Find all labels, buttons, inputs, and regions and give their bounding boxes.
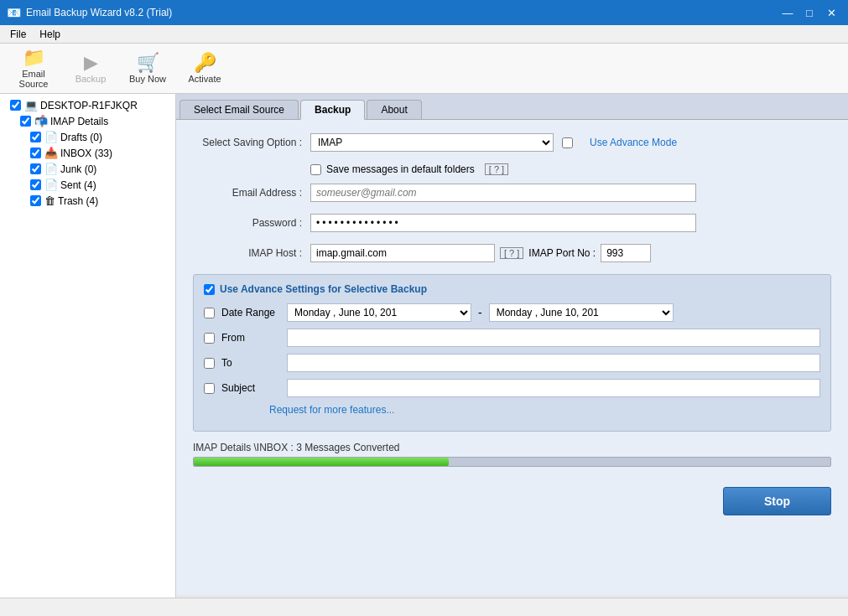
email-address-control	[310, 184, 696, 202]
progress-bar-fill	[194, 458, 449, 466]
advance-settings-header: Use Advance Settings for Selective Backu…	[204, 283, 820, 295]
backup-label: Backup	[75, 74, 107, 84]
password-input[interactable]	[310, 214, 696, 232]
imap-icon: 📬	[34, 115, 48, 127]
backup-button[interactable]: ▶ Backup	[64, 47, 117, 91]
imap-host-label: IMAP Host :	[193, 247, 310, 259]
email-source-label: Email Source	[9, 69, 58, 89]
tree-item-imap[interactable]: 📬 IMAP Details	[0, 113, 175, 129]
app-icon: 📧	[7, 6, 21, 19]
advance-settings-label: Use Advance Settings for Selective Backu…	[220, 283, 427, 295]
tree-item-trash[interactable]: 🗑 Trash (4)	[0, 193, 175, 209]
save-default-help[interactable]: [ ? ]	[485, 163, 508, 175]
tree-item-drafts[interactable]: 📄 Drafts (0)	[0, 129, 175, 145]
imap-port-input[interactable]	[601, 244, 651, 262]
tree-item-root[interactable]: 💻 DESKTOP-R1FJKQR	[0, 97, 175, 113]
tab-backup[interactable]: Backup	[300, 100, 365, 120]
to-input[interactable]	[287, 354, 820, 372]
tree-label-sent: Sent (4)	[60, 179, 96, 191]
subject-checkbox[interactable]	[204, 383, 215, 394]
junk-icon: 📄	[44, 163, 58, 175]
request-link[interactable]: Request for more features...	[269, 404, 394, 416]
email-source-button[interactable]: 📁 Email Source	[7, 47, 60, 91]
tree-checkbox-imap[interactable]	[20, 116, 31, 127]
date-from-select[interactable]: Monday , June 10, 201	[287, 303, 471, 322]
computer-icon: 💻	[24, 99, 38, 111]
title-bar-controls: — □ ✕	[778, 4, 841, 21]
tree-checkbox-drafts[interactable]	[30, 132, 41, 142]
inbox-icon: 📥	[44, 147, 58, 159]
stop-button-row: Stop	[193, 487, 831, 515]
date-range-controls: Monday , June 10, 201 - Monday , June 10…	[287, 303, 674, 322]
stop-button[interactable]: Stop	[723, 487, 831, 515]
backup-icon: ▶	[84, 54, 98, 72]
tree-checkbox-trash[interactable]	[30, 195, 41, 206]
tree-label-inbox: INBOX (33)	[60, 148, 112, 159]
content-area: Select Email Source Backup About Select …	[176, 94, 848, 598]
tab-about[interactable]: About	[367, 100, 421, 119]
sidebar: 💻 DESKTOP-R1FJKQR 📬 IMAP Details 📄 Draft…	[0, 94, 176, 598]
save-default-label: Save messages in default folders	[326, 163, 475, 175]
email-address-row: Email Address :	[193, 184, 831, 202]
trash-icon: 🗑	[44, 194, 55, 207]
activate-button[interactable]: 🔑 Activate	[178, 47, 232, 91]
imap-host-input[interactable]	[310, 244, 495, 262]
password-control	[310, 214, 696, 232]
tree-checkbox-junk[interactable]	[30, 163, 41, 174]
advance-settings-checkbox[interactable]	[204, 284, 215, 295]
from-row: From	[204, 329, 820, 347]
toolbar: 📁 Email Source ▶ Backup 🛒 Buy Now 🔑 Acti…	[0, 44, 848, 94]
saving-option-control: IMAP PST EML MBOX Use Advance Mode	[310, 133, 696, 152]
tree-checkbox-sent[interactable]	[30, 179, 41, 190]
tree-item-sent[interactable]: 📄 Sent (4)	[0, 177, 175, 193]
to-checkbox[interactable]	[204, 358, 215, 369]
saving-option-label: Select Saving Option :	[193, 137, 310, 148]
progress-bar-background	[193, 457, 831, 467]
maximize-button[interactable]: □	[799, 4, 819, 21]
from-checkbox[interactable]	[204, 333, 215, 344]
buy-now-button[interactable]: 🛒 Buy Now	[121, 47, 174, 91]
advance-settings-section: Use Advance Settings for Selective Backu…	[193, 274, 831, 432]
tab-bar: Select Email Source Backup About	[176, 94, 848, 120]
save-default-row: Save messages in default folders [ ? ]	[310, 163, 831, 175]
activate-icon: 🔑	[194, 54, 216, 72]
close-button[interactable]: ✕	[821, 4, 841, 21]
imap-host-help[interactable]: [ ? ]	[500, 247, 523, 259]
tree-item-junk[interactable]: 📄 Junk (0)	[0, 161, 175, 177]
advance-mode-label[interactable]: Use Advance Mode	[590, 137, 677, 148]
menu-help[interactable]: Help	[33, 27, 67, 41]
buy-now-label: Buy Now	[129, 74, 166, 84]
email-address-label: Email Address :	[193, 187, 310, 199]
advance-mode-checkbox[interactable]	[562, 137, 573, 148]
tree-checkbox-inbox[interactable]	[30, 148, 41, 158]
date-range-checkbox[interactable]	[204, 308, 215, 318]
title-bar-left: 📧 Email Backup Wizard v8.2 (Trial)	[7, 6, 172, 19]
from-input[interactable]	[287, 329, 820, 347]
subject-row: Subject	[204, 379, 820, 397]
menu-bar: File Help	[0, 25, 848, 44]
saving-option-select[interactable]: IMAP PST EML MBOX	[310, 133, 554, 152]
email-address-input[interactable]	[310, 184, 696, 202]
date-to-select[interactable]: Monday , June 10, 201	[489, 303, 674, 322]
to-label: To	[221, 357, 280, 369]
date-range-row: Date Range Monday , June 10, 201 - Monda…	[204, 303, 820, 322]
tab-content-backup: Select Saving Option : IMAP PST EML MBOX…	[176, 120, 848, 595]
imap-port-label: IMAP Port No :	[528, 247, 596, 259]
menu-file[interactable]: File	[3, 27, 33, 41]
save-default-checkbox[interactable]	[310, 164, 321, 175]
tree-label-drafts: Drafts (0)	[60, 132, 102, 143]
app-title: Email Backup Wizard v8.2 (Trial)	[26, 7, 172, 18]
tree-item-inbox[interactable]: 📥 INBOX (33)	[0, 145, 175, 161]
request-row: Request for more features...	[204, 404, 820, 416]
password-row: Password :	[193, 214, 831, 232]
tree-label-root: DESKTOP-R1FJKQR	[40, 100, 138, 111]
to-row: To	[204, 354, 820, 372]
tree-checkbox-root[interactable]	[10, 100, 21, 111]
sent-icon: 📄	[44, 179, 58, 191]
title-bar: 📧 Email Backup Wizard v8.2 (Trial) — □ ✕	[0, 0, 848, 25]
tab-select-email-source[interactable]: Select Email Source	[179, 100, 299, 119]
minimize-button[interactable]: —	[778, 4, 798, 21]
tree-label-trash: Trash (4)	[58, 195, 98, 207]
subject-input[interactable]	[287, 379, 820, 397]
main-layout: 💻 DESKTOP-R1FJKQR 📬 IMAP Details 📄 Draft…	[0, 94, 848, 598]
